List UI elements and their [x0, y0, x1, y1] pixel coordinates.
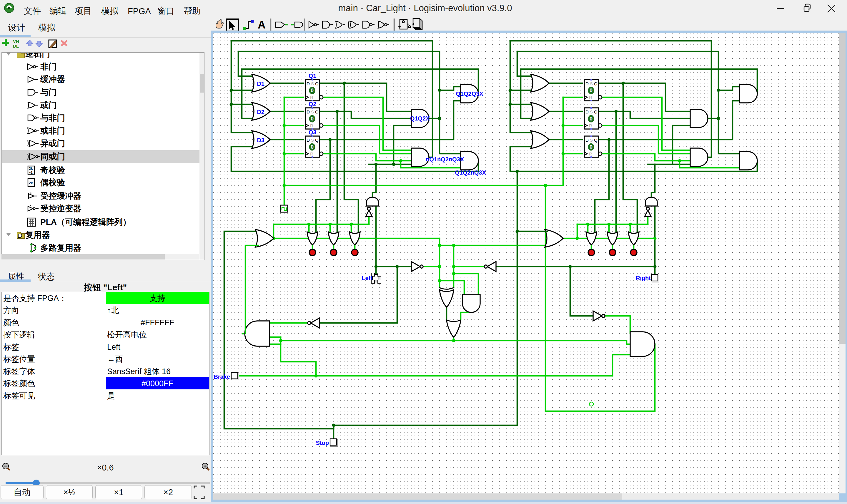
- svg-text:+1: +1: [29, 171, 33, 174]
- svg-text:S: S: [590, 138, 593, 143]
- svg-text:0: 0: [590, 88, 592, 93]
- svg-text:Brake: Brake: [213, 374, 230, 380]
- svg-text:D: D: [586, 81, 589, 86]
- svg-text:nQ1nQ2nQ3X: nQ1nQ2nQ3X: [426, 156, 464, 163]
- svg-text:R: R: [589, 151, 592, 156]
- svg-text:R: R: [310, 95, 313, 100]
- svg-text:S: S: [311, 109, 314, 114]
- svg-text:D2: D2: [257, 109, 264, 115]
- svg-text:Right: Right: [636, 275, 651, 281]
- svg-text:Q: Q: [594, 109, 598, 114]
- svg-text:Q: Q: [594, 138, 598, 143]
- svg-text:0: 0: [590, 144, 592, 150]
- svg-text:R: R: [589, 95, 592, 100]
- svg-text:Q3: Q3: [309, 129, 316, 136]
- svg-text:S: S: [590, 81, 593, 86]
- svg-text:S: S: [311, 138, 314, 143]
- svg-text:2k: 2k: [29, 181, 33, 185]
- svg-text:Q1Q2X: Q1Q2X: [410, 115, 430, 122]
- svg-text:VH: VH: [13, 39, 19, 44]
- svg-text:Q: Q: [315, 81, 318, 86]
- svg-text:0: 0: [311, 88, 314, 93]
- svg-text:DL: DL: [13, 43, 19, 49]
- svg-text:0: 0: [590, 116, 592, 122]
- svg-text:Stop: Stop: [316, 439, 329, 446]
- svg-text:S: S: [311, 81, 314, 86]
- svg-text:2k: 2k: [29, 167, 33, 171]
- svg-text:Q: Q: [315, 109, 318, 114]
- svg-text:0: 0: [311, 116, 314, 122]
- svg-text:R: R: [589, 123, 592, 128]
- svg-text:D: D: [307, 109, 310, 114]
- svg-text:Q1Q2Q3X: Q1Q2Q3X: [456, 91, 483, 97]
- svg-text:D: D: [307, 138, 310, 143]
- svg-text:Q: Q: [594, 81, 598, 86]
- svg-text:0: 0: [311, 144, 314, 150]
- svg-text:D: D: [586, 109, 589, 114]
- svg-text:Q1: Q1: [309, 73, 316, 79]
- svg-text:Left: Left: [362, 275, 373, 281]
- svg-text:R: R: [310, 151, 313, 156]
- svg-text:D: D: [586, 138, 589, 143]
- svg-text:D: D: [307, 81, 310, 86]
- svg-text:D3: D3: [257, 137, 264, 143]
- svg-text:D1: D1: [257, 80, 264, 87]
- svg-text:Q1Q2nQ3X: Q1Q2nQ3X: [455, 169, 486, 176]
- svg-text:Q2: Q2: [309, 101, 316, 107]
- svg-text:R: R: [310, 123, 313, 128]
- svg-text:A: A: [258, 19, 266, 31]
- svg-text:Q: Q: [315, 138, 318, 143]
- svg-text:S: S: [590, 109, 593, 114]
